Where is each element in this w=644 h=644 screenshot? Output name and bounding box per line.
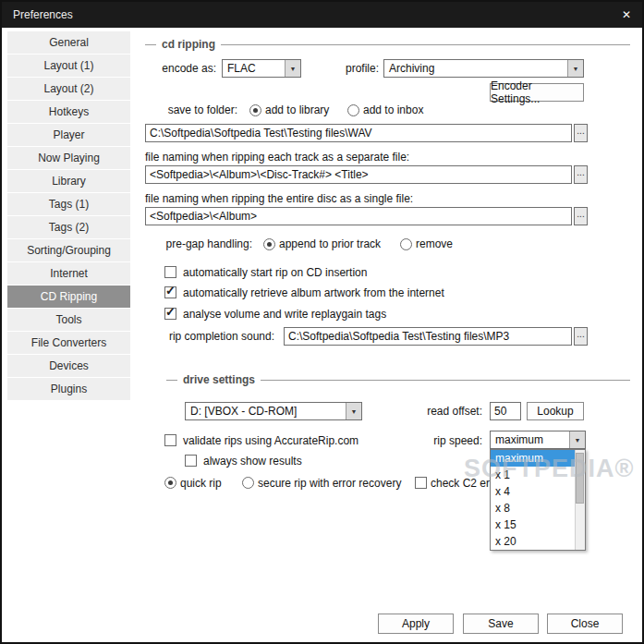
encoder-settings-button[interactable]: Encoder Settings... — [490, 83, 584, 102]
divider — [221, 44, 630, 45]
sidebar-item-devices[interactable]: Devices — [7, 355, 130, 377]
sidebar-item-now-playing[interactable]: Now Playing — [7, 147, 130, 169]
rip-speed-dropdown-list: maximum x 1 x 4 x 8 x 15 x 20 — [490, 449, 586, 551]
dropdown-scrollbar-thumb[interactable] — [576, 453, 584, 504]
dropdown-scrollbar[interactable] — [575, 450, 585, 550]
drive-value: D: [VBOX - CD-ROM] — [186, 403, 346, 419]
track-naming-browse-button[interactable]: ... — [574, 165, 588, 184]
rip-speed-label: rip speed: — [416, 431, 482, 450]
sidebar-item-plugins[interactable]: Plugins — [7, 378, 130, 400]
disc-naming-label: file naming when ripping the entire disc… — [145, 189, 413, 208]
sidebar-item-layout-2[interactable]: Layout (2) — [7, 78, 130, 100]
drive-combobox[interactable]: D: [VBOX - CD-ROM] ▼ — [185, 402, 362, 420]
sidebar-item-general[interactable]: General — [7, 31, 130, 54]
auto-start-rip-checkbox[interactable] — [164, 266, 176, 278]
pregap-append-label[interactable]: append to prior track — [279, 235, 381, 253]
rip-sound-label: rip completion sound: — [159, 327, 274, 346]
chevron-down-icon[interactable]: ▼ — [567, 60, 583, 77]
sidebar-item-hotkeys[interactable]: Hotkeys — [7, 101, 130, 123]
rip-speed-option-x20[interactable]: x 20 — [491, 533, 575, 550]
pregap-remove-radio[interactable] — [400, 238, 412, 250]
section-title: drive settings — [183, 373, 255, 386]
encode-as-combobox[interactable]: FLAC ▼ — [222, 59, 301, 78]
check-icon: ✓ — [165, 284, 176, 298]
section-title: cd ripping — [162, 38, 215, 51]
save-button[interactable]: Save — [463, 614, 539, 634]
track-naming-input[interactable] — [145, 165, 572, 184]
auto-artwork-checkbox[interactable]: ✓ — [164, 286, 176, 298]
read-offset-input[interactable] — [490, 402, 521, 420]
divider — [261, 380, 630, 381]
chevron-down-icon[interactable]: ▼ — [285, 60, 300, 77]
rip-speed-option-x1[interactable]: x 1 — [491, 467, 575, 483]
encode-as-value: FLAC — [223, 60, 285, 77]
rip-speed-value: maximum — [491, 431, 569, 448]
sidebar: General Layout (1) Layout (2) Hotkeys Pl… — [7, 31, 130, 401]
track-naming-label: file naming when ripping each track as a… — [145, 148, 409, 166]
title-bar: Preferences ✕ — [2, 2, 642, 28]
read-offset-label: read offset: — [416, 402, 482, 420]
disc-naming-browse-button[interactable]: ... — [574, 207, 588, 225]
save-to-folder-label: save to folder: — [145, 101, 237, 119]
rip-sound-input[interactable] — [284, 327, 572, 346]
always-show-results-checkbox[interactable] — [185, 455, 197, 467]
check-icon: ✓ — [165, 305, 176, 319]
chevron-down-icon[interactable]: ▼ — [569, 431, 585, 448]
window-title: Preferences — [13, 8, 73, 21]
sidebar-item-cd-ripping[interactable]: CD Ripping — [7, 286, 130, 308]
replaygain-label[interactable]: analyse volume and write replaygain tags — [183, 305, 386, 323]
check-c2-label[interactable]: check C2 err — [431, 474, 493, 492]
chevron-down-icon[interactable]: ▼ — [346, 403, 361, 419]
replaygain-checkbox[interactable]: ✓ — [164, 308, 176, 320]
sidebar-item-tags-2[interactable]: Tags (2) — [7, 216, 130, 238]
preferences-window: Preferences ✕ General Layout (1) Layout … — [0, 0, 644, 644]
disc-naming-input[interactable] — [145, 207, 572, 225]
pregap-remove-label[interactable]: remove — [416, 235, 453, 253]
validate-accuraterip-checkbox[interactable] — [164, 434, 176, 446]
sidebar-item-sorting-grouping[interactable]: Sorting/Grouping — [7, 239, 130, 261]
secure-rip-label[interactable]: secure rip with error recovery — [258, 474, 401, 492]
sidebar-item-file-converters[interactable]: File Converters — [7, 332, 130, 354]
sidebar-item-layout-1[interactable]: Layout (1) — [7, 55, 130, 77]
profile-label: profile: — [334, 59, 379, 78]
rip-speed-combobox[interactable]: maximum ▼ — [490, 431, 586, 449]
folder-path-input[interactable] — [145, 124, 572, 142]
add-to-inbox-label[interactable]: add to inbox — [363, 101, 423, 119]
auto-start-rip-label[interactable]: automatically start rip on CD insertion — [183, 263, 367, 282]
sidebar-item-internet[interactable]: Internet — [7, 262, 130, 285]
divider — [145, 44, 156, 45]
sidebar-item-tools[interactable]: Tools — [7, 309, 130, 331]
close-button[interactable]: Close — [547, 614, 623, 634]
always-show-results-label[interactable]: always show results — [203, 452, 302, 470]
auto-artwork-label[interactable]: automatically retrieve album artwork fro… — [183, 284, 444, 302]
rip-speed-option-maximum[interactable]: maximum — [491, 450, 575, 467]
lookup-button[interactable]: Lookup — [527, 402, 584, 420]
quick-rip-label[interactable]: quick rip — [180, 474, 222, 492]
profile-value: Archiving — [384, 60, 567, 77]
close-icon[interactable]: ✕ — [622, 8, 631, 21]
divider — [166, 380, 177, 381]
add-to-library-label[interactable]: add to library — [265, 101, 329, 119]
pregap-append-radio[interactable] — [263, 238, 275, 250]
rip-speed-option-x8[interactable]: x 8 — [491, 500, 575, 516]
rip-speed-option-x15[interactable]: x 15 — [491, 516, 575, 533]
encode-as-label: encode as: — [145, 59, 216, 78]
apply-button[interactable]: Apply — [378, 614, 454, 634]
pregap-handling-label: pre-gap handling: — [145, 235, 252, 253]
profile-combobox[interactable]: Archiving ▼ — [383, 59, 584, 78]
sidebar-item-tags-1[interactable]: Tags (1) — [7, 193, 130, 215]
validate-accuraterip-label[interactable]: validate rips using AccurateRip.com — [183, 431, 358, 450]
rip-sound-browse-button[interactable]: ... — [574, 327, 588, 346]
check-c2-checkbox[interactable] — [415, 477, 427, 489]
rip-speed-option-x4[interactable]: x 4 — [491, 483, 575, 500]
sidebar-item-library[interactable]: Library — [7, 170, 130, 192]
add-to-inbox-radio[interactable] — [347, 104, 359, 116]
folder-browse-button[interactable]: ... — [574, 124, 588, 142]
drive-settings-section-header: drive settings — [166, 373, 630, 386]
add-to-library-radio[interactable] — [249, 104, 261, 116]
quick-rip-radio[interactable] — [164, 477, 176, 489]
secure-rip-radio[interactable] — [242, 477, 254, 489]
cd-ripping-section-header: cd ripping — [145, 38, 630, 51]
sidebar-item-player[interactable]: Player — [7, 124, 130, 146]
